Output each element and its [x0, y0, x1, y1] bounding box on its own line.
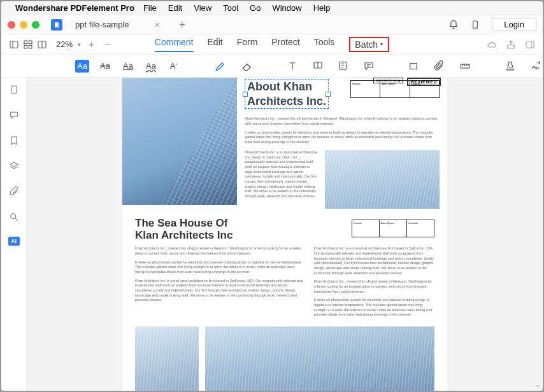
body-text: It relies on photovoltaic panels for ele…: [245, 130, 440, 145]
pdf-page: ARCHITECTS INC ▣ REVIEWED About Khan Arc…: [122, 78, 447, 391]
svg-rect-7: [508, 45, 515, 48]
minimize-window-button[interactable]: [20, 21, 27, 29]
body-text: Khan Architects Inc. is a mid-sized arch…: [314, 246, 434, 276]
new-tab-button[interactable]: +: [179, 19, 185, 31]
about-heading-l2: Architects Inc.: [245, 94, 328, 109]
text-box-icon[interactable]: [287, 60, 298, 73]
annotation-icon[interactable]: [8, 109, 20, 121]
tabbar: ppt file-sample × + Login: [1, 15, 543, 34]
app-logo-icon: [51, 19, 62, 31]
eraser-icon[interactable]: [241, 60, 254, 73]
svg-rect-1: [10, 41, 18, 48]
sea-heading-l1: The Sea House Of: [135, 217, 227, 229]
svg-rect-5: [29, 45, 32, 48]
underline-button[interactable]: Aa: [121, 60, 135, 73]
menu-file[interactable]: File: [143, 3, 157, 13]
bell-icon[interactable]: [448, 20, 459, 30]
menu-edit[interactable]: Edit: [168, 3, 182, 13]
comment-toolbar: Aa Aa Aa Aa A˄: [1, 55, 543, 78]
highlighter-icon[interactable]: [214, 60, 227, 73]
menubar: Wondershare PDFelement Pro File Edit Vie…: [1, 1, 543, 15]
main-toolbar: 22% ▾ + − Comment Edit Form Protect Tool…: [1, 34, 543, 55]
svg-rect-11: [410, 63, 417, 69]
strikethrough-button[interactable]: Aa: [98, 60, 112, 73]
measure-icon[interactable]: [459, 60, 471, 73]
chevron-down-icon: ▾: [380, 41, 383, 47]
svg-rect-3: [29, 41, 32, 44]
note-icon[interactable]: [338, 60, 349, 73]
tab-close-icon[interactable]: ×: [155, 19, 161, 30]
bookmark-icon[interactable]: [8, 135, 20, 146]
building-image: [205, 326, 434, 391]
menu-go[interactable]: Go: [250, 3, 261, 13]
info-box-location: Location: [407, 220, 434, 237]
info-box-area: Area Space: [380, 220, 407, 237]
menu-help[interactable]: Help: [313, 3, 331, 13]
reviewed-stamp: REVIEWED: [407, 78, 441, 86]
reading-view-icon[interactable]: [37, 39, 47, 50]
layers-icon[interactable]: [8, 160, 20, 172]
sidebar-toggle-icon[interactable]: [9, 39, 19, 50]
zoom-value[interactable]: 22%: [56, 39, 73, 49]
rectangle-icon[interactable]: [408, 60, 419, 73]
zoom-dropdown-icon[interactable]: ▾: [78, 41, 81, 48]
batch-label: Batch: [355, 39, 378, 50]
tab-edit[interactable]: Edit: [208, 37, 223, 52]
panel-right-icon[interactable]: [525, 39, 535, 50]
tab-title: ppt file-sample: [75, 20, 129, 29]
body-text: Khan Architects Inc., created this off-g…: [314, 279, 434, 294]
sign-in-button[interactable]: Login: [492, 18, 536, 31]
signature-icon[interactable]: [530, 60, 543, 73]
comment-icon[interactable]: [363, 60, 375, 73]
attachment-sidebar-icon[interactable]: [8, 186, 20, 197]
info-boxes: Format Area Space Location: [352, 220, 434, 237]
squiggly-button[interactable]: Aa: [144, 60, 158, 73]
menu-tool[interactable]: Tool: [223, 3, 238, 13]
mode-tabs: Comment Edit Form Protect Tools Batch ▾: [155, 37, 389, 52]
tab-comment[interactable]: Comment: [155, 37, 194, 52]
close-window-button[interactable]: [8, 21, 15, 29]
svg-rect-4: [24, 45, 27, 48]
page-thumbnail-icon[interactable]: [8, 84, 20, 95]
mobile-icon[interactable]: [470, 20, 480, 30]
share-icon[interactable]: [506, 39, 516, 50]
stamp-icon[interactable]: [505, 60, 516, 73]
body-text: Khan Architects Inc. is a mid-sized arch…: [245, 150, 319, 199]
left-sidebar: AI: [1, 78, 27, 391]
svg-rect-8: [526, 41, 534, 48]
svg-rect-14: [11, 86, 17, 94]
document-tab[interactable]: ppt file-sample ×: [69, 17, 166, 32]
highlight-text-button[interactable]: Aa: [75, 60, 89, 73]
building-image: [135, 326, 199, 391]
logo-box: ARCHITECTS INC ▣: [373, 78, 403, 83]
app-title[interactable]: Wondershare PDFelement Pro: [15, 3, 134, 13]
document-view[interactable]: ARCHITECTS INC ▣ REVIEWED About Khan Arc…: [27, 78, 543, 391]
zoom-in-button[interactable]: +: [86, 39, 97, 50]
tab-protect[interactable]: Protect: [271, 37, 299, 52]
tab-form[interactable]: Form: [237, 37, 258, 52]
about-heading-l1: About Khan: [245, 80, 328, 94]
menu-view[interactable]: View: [194, 3, 211, 13]
body-text: It relies on photovoltaic panels for ele…: [314, 298, 434, 318]
ai-button[interactable]: AI: [8, 237, 20, 246]
search-icon[interactable]: [8, 211, 20, 223]
tab-tools[interactable]: Tools: [314, 37, 335, 52]
zoom-out-button[interactable]: −: [102, 39, 113, 50]
svg-rect-2: [24, 41, 27, 44]
caret-insert-button[interactable]: A˄: [167, 60, 181, 73]
scroll-arrow-icon[interactable]: ⌄: [535, 381, 540, 388]
thumbnails-icon[interactable]: [23, 39, 33, 50]
sea-heading-l2: Klan Architects Inc: [135, 229, 233, 241]
body-text: Khan Architects Inc. is a mid-sized arch…: [135, 279, 304, 303]
callout-icon[interactable]: [312, 60, 324, 73]
body-text: It relies on photovoltaic panels for ele…: [135, 260, 304, 275]
attachment-icon[interactable]: [433, 60, 445, 73]
menu-window[interactable]: Window: [272, 3, 301, 13]
editing-text-selection[interactable]: About Khan Architects Inc.: [245, 79, 329, 109]
cloud-icon[interactable]: [487, 39, 497, 50]
building-image: [325, 150, 440, 209]
maximize-window-button[interactable]: [32, 21, 39, 29]
building-image: [122, 78, 237, 205]
tab-batch[interactable]: Batch ▾: [348, 37, 389, 52]
body-text: Khan Architects Inc., created this off-g…: [245, 116, 440, 126]
